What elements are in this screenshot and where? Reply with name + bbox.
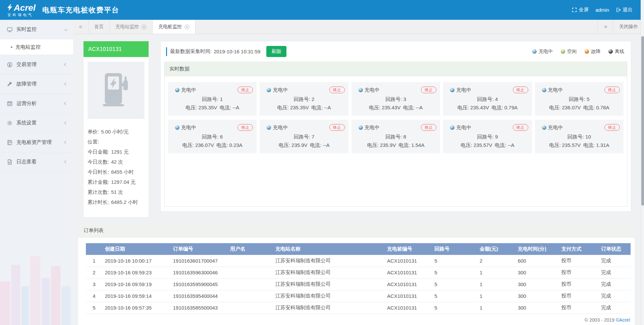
order-cell: 3 — [86, 278, 102, 290]
tab-home[interactable]: 首页 — [89, 20, 110, 34]
circuit-status: 充电中 — [359, 87, 380, 93]
copyright-footer: © 2003 - 2019©Acrel — [86, 314, 631, 323]
orders-column-header: 充电站名称 — [273, 243, 384, 255]
order-cell: 投币 — [559, 255, 599, 267]
sidebar-item-settings[interactable]: 系统设置 — [0, 113, 73, 133]
realtime-panel: 最新数据采集时间: 2019-10-16 10:31:59 刷新 充电中 空闲 — [160, 41, 631, 212]
stop-charging-button[interactable]: 终止 — [421, 124, 436, 131]
order-cell — [227, 255, 273, 267]
charging-status-icon — [542, 125, 546, 130]
logout-button[interactable]: 退出 — [616, 7, 633, 13]
scrollbar-thumb[interactable] — [641, 36, 644, 206]
order-cell: ACX1010131 — [384, 267, 432, 278]
charging-status-icon — [175, 125, 179, 130]
sidebar-item-logs[interactable]: 日志查看 — [0, 152, 73, 172]
stop-charging-button[interactable]: 终止 — [237, 124, 253, 131]
order-cell: ACX1010131 — [384, 278, 432, 290]
circuit-status-label: 充电中 — [365, 124, 380, 131]
info-label: 单价: — [88, 129, 99, 134]
info-value: 51 次 — [111, 189, 123, 195]
stop-charging-button[interactable]: 终止 — [329, 124, 345, 131]
book-icon — [7, 140, 13, 146]
close-tab-icon[interactable] — [184, 24, 190, 30]
sidebar-item-faults[interactable]: 故障管理 — [0, 74, 73, 94]
tab-station-monitor[interactable]: 充电站监控 — [110, 20, 153, 34]
stop-charging-button[interactable]: 终止 — [513, 87, 528, 93]
logout-label: 退出 — [623, 7, 633, 13]
sidebar-item-transactions[interactable]: 交易管理 — [0, 55, 73, 74]
orders-column-header: 创建日期 — [102, 243, 170, 255]
username[interactable]: admin — [595, 7, 609, 13]
order-cell: 4 — [86, 290, 102, 302]
stop-charging-button[interactable]: 终止 — [604, 87, 620, 93]
chevron-left-icon — [64, 102, 68, 105]
sidebar-item-label: 充电桩资产管理 — [16, 139, 52, 146]
order-cell: 1 — [477, 267, 515, 278]
tabs-scroll-left-button[interactable] — [73, 20, 89, 34]
order-cell: 300 — [515, 290, 559, 302]
sidebar-item-assets[interactable]: 充电桩资产管理 — [0, 133, 73, 152]
tab-label: 充电桩监控 — [158, 24, 182, 30]
charging-status-icon — [267, 88, 271, 92]
info-label: 累计金额: — [88, 179, 109, 185]
order-cell — [227, 302, 273, 314]
circuit-number: 回路号: 3 — [352, 96, 440, 103]
brand-subtitle: 安科瑞电气 — [7, 13, 36, 17]
gear-icon — [7, 120, 13, 126]
circuit-status: 充电中 — [175, 87, 196, 93]
circuit-card: 充电中终止回路号: 4电压: 235.43V 电流: 0.79A — [443, 82, 532, 116]
charging-pile-icon — [100, 72, 132, 109]
order-row: 32019-10-16 09:59:191910163595900045江苏安科… — [86, 278, 631, 290]
realtime-data-box: 实时数据 充电中终止回路号: 1电压: 235.35V 电流: --A充电中终止… — [164, 62, 627, 207]
stop-charging-button[interactable]: 终止 — [237, 87, 253, 93]
fullscreen-button[interactable]: 全屏 — [572, 7, 589, 13]
info-label: 今日次数: — [88, 159, 109, 165]
order-cell: 完成 — [598, 267, 631, 278]
stop-charging-button[interactable]: 终止 — [513, 124, 528, 131]
info-label: 今日金额: — [88, 149, 109, 155]
circuit-status: 充电中 — [267, 124, 288, 131]
circuit-card: 充电中终止回路号: 3电压: 235.43V 电流: --A — [352, 82, 440, 116]
order-cell: 投币 — [559, 278, 599, 290]
accent-bar — [166, 47, 167, 56]
stop-charging-button[interactable]: 终止 — [329, 87, 345, 93]
orders-column-header: 充电时间(分) — [515, 243, 559, 255]
device-info-line: 今日时长:6455 小时 — [88, 167, 145, 177]
charging-pile-icon-box — [88, 62, 145, 119]
order-cell: 江苏安科瑞制造有限公司 — [273, 267, 384, 278]
orders-column-header: 订单状态 — [598, 243, 631, 255]
stop-charging-button[interactable]: 终止 — [421, 87, 436, 93]
vertical-scrollbar[interactable] — [641, 0, 644, 325]
tab-pile-monitor[interactable]: 充电桩监控 — [153, 20, 196, 34]
chevron-left-icon — [64, 141, 68, 144]
footer-brand-link[interactable]: ©Acrel — [616, 317, 630, 323]
orders-column-header — [86, 243, 102, 255]
device-card: ACX1010131 — [83, 41, 149, 218]
orders-section: 订单列表 创建日期订单编号用户名充电站名称充电桩编号回路号金额(元)充电时间(分… — [78, 224, 635, 325]
circuit-card: 充电中终止回路号: 2电压: 235.35V 电流: --A — [260, 82, 348, 116]
sidebar-item-realtime-monitor[interactable]: 实时监控 — [0, 20, 73, 39]
refresh-button[interactable]: 刷新 — [266, 46, 286, 57]
legend-item: 空闲 — [561, 49, 577, 55]
stop-charging-button[interactable]: 终止 — [604, 124, 620, 131]
tabs-scroll-right-button[interactable] — [597, 20, 613, 34]
device-id-header: ACX1010131 — [84, 41, 149, 57]
order-row: 12019-10-16 10:00:171910163601700047江苏安科… — [86, 255, 631, 267]
close-tab-icon[interactable] — [142, 24, 147, 30]
legend-offline-icon — [608, 49, 613, 54]
info-value: 5.00 小时/元 — [101, 129, 129, 134]
content-area: ACX1010131 — [73, 34, 644, 325]
acrel-logo: Acrel 安科瑞电气 — [7, 3, 36, 17]
close-operations-button[interactable]: 关闭操作 — [613, 20, 644, 34]
circuit-grid: 充电中终止回路号: 1电压: 235.35V 电流: --A充电中终止回路号: … — [165, 76, 627, 159]
circuit-number: 回路号: 8 — [352, 134, 440, 140]
sidebar-item-analysis[interactable]: 运营分析 — [0, 94, 73, 113]
sidebar-item-station-monitor[interactable]: 充电站监控 — [0, 39, 73, 55]
orders-table: 创建日期订单编号用户名充电站名称充电桩编号回路号金额(元)充电时间(分)支付方式… — [86, 243, 631, 314]
circuit-card: 充电中终止回路号: 10电压: 235.57V 电流: 1.31A — [535, 120, 624, 153]
order-cell: 300 — [515, 267, 559, 278]
circuit-voltage-current: 电压: 235.43V 电流: 0.79A — [443, 105, 532, 111]
charging-status-icon — [542, 88, 546, 92]
order-cell: 1910163595400044 — [170, 290, 228, 302]
device-info-line: 累计次数:51 次 — [88, 187, 145, 197]
